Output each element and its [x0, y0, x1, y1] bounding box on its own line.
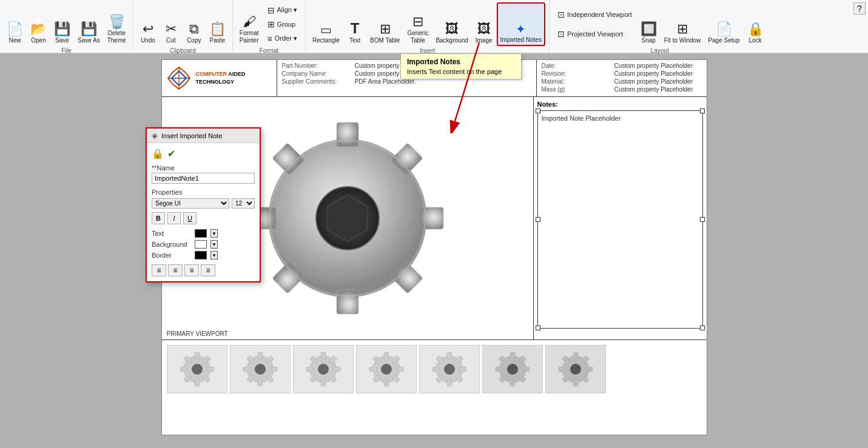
notes-handle-ml[interactable]	[536, 217, 540, 222]
rectangle-button[interactable]: ▭ Rectangle	[309, 2, 343, 46]
save-button[interactable]: 💾 Save	[51, 2, 73, 46]
logo-symbol	[167, 66, 191, 90]
svg-rect-39	[321, 352, 326, 359]
save-as-button[interactable]: 💾 Save As	[75, 2, 103, 46]
svg-rect-21	[207, 367, 214, 372]
bold-button[interactable]: B	[152, 212, 165, 224]
dialog-confirm-icon[interactable]: ✔	[167, 148, 175, 159]
background-button[interactable]: 🖼 Background	[432, 2, 471, 46]
paste-icon: 📋	[209, 22, 226, 36]
align-button[interactable]: ⊟ Align ▾	[263, 4, 302, 17]
svg-point-27	[192, 364, 203, 375]
svg-rect-85	[559, 367, 566, 372]
font-row: Segoe UI 12 8 10 14 16	[152, 198, 255, 209]
background-color-label: Background	[152, 241, 191, 248]
background-color-row: Background ▼	[152, 240, 255, 249]
thumbnail-6[interactable]	[482, 345, 543, 393]
font-select[interactable]: Segoe UI	[152, 198, 229, 209]
open-button[interactable]: 📂 Open	[27, 2, 50, 46]
notes-handle-br[interactable]	[700, 326, 705, 330]
image-button[interactable]: 🖼 Image	[473, 2, 496, 46]
cut-label: Cut	[166, 37, 176, 44]
text-color-label: Text	[152, 230, 191, 237]
part-number-label: Part Number:	[282, 62, 355, 69]
svg-rect-53	[384, 379, 389, 386]
underline-button[interactable]: U	[183, 212, 197, 224]
text-color-dropdown[interactable]: ▼	[210, 229, 218, 238]
imported-notes-button[interactable]: ✦ Imported Notes	[497, 2, 545, 46]
align-left-button[interactable]: ≡	[152, 264, 166, 276]
bom-table-button[interactable]: ⊞ BOM Table	[367, 2, 403, 46]
insert-imported-note-dialog: ◈ Insert Imported Note 🔒 ✔ *Name Propert…	[146, 127, 261, 283]
svg-point-57	[381, 364, 392, 375]
name-field-input[interactable]	[152, 173, 255, 184]
new-icon: 📄	[7, 22, 23, 36]
notes-area: Notes: Imported Note Placeholder	[534, 97, 707, 339]
notes-box: Imported Note Placeholder	[537, 110, 703, 329]
undo-button[interactable]: ↩ Undo	[137, 2, 159, 46]
border-color-dropdown[interactable]: ▼	[210, 251, 218, 259]
image-icon: 🖼	[477, 22, 491, 36]
lock-button[interactable]: 🔒 Lock	[744, 2, 767, 46]
background-color-swatch[interactable]	[195, 240, 207, 249]
notes-handle-tl[interactable]	[536, 109, 540, 113]
group-button[interactable]: ⊞ Group	[263, 18, 302, 31]
fit-to-window-button[interactable]: ⊞ Fit to Window	[661, 2, 704, 46]
title-fields-right: Date: Custom property Placeholder Revisi…	[537, 60, 707, 96]
delete-theme-button[interactable]: 🗑️ DeleteTheme	[104, 2, 129, 46]
border-color-row: Border ▼	[152, 251, 255, 259]
company-name-label: Company Name:	[282, 70, 355, 77]
paste-button[interactable]: 📋 Paste	[206, 2, 229, 46]
thumbnail-4[interactable]	[356, 345, 417, 393]
align-center-button[interactable]: ≡	[168, 264, 183, 276]
border-color-swatch[interactable]	[195, 251, 207, 259]
cut-icon: ✂	[166, 22, 177, 36]
thumbnail-3[interactable]	[293, 345, 354, 393]
copy-button[interactable]: ⧉ Copy	[183, 2, 205, 46]
save-icon: 💾	[54, 22, 70, 36]
notes-label: Notes:	[537, 101, 703, 108]
svg-rect-25	[180, 367, 187, 372]
background-color-dropdown[interactable]: ▼	[210, 240, 218, 249]
text-color-row: Text ▼	[152, 229, 255, 238]
lock-label: Lock	[749, 37, 762, 44]
company-logo: COMPUTER AIDED TECHNOLOGY	[162, 60, 277, 96]
svg-point-47	[318, 364, 329, 375]
snap-icon: 🔲	[641, 22, 657, 36]
generic-table-button[interactable]: ⊟ GenericTable	[404, 2, 431, 46]
date-value: Custom property Placeholder	[614, 62, 693, 69]
font-size-select[interactable]: 12 8 10 14 16	[232, 198, 255, 209]
notes-handle-mr[interactable]	[700, 217, 705, 222]
cut-button[interactable]: ✂ Cut	[160, 2, 182, 46]
text-label: Text	[349, 37, 360, 44]
text-color-swatch[interactable]	[195, 229, 207, 238]
snap-button[interactable]: 🔲 Snap	[638, 2, 660, 46]
page-setup-button[interactable]: 📄 Page Setup	[705, 2, 742, 46]
order-button[interactable]: ≡ Order ▾	[263, 32, 302, 45]
thumbnail-5[interactable]	[419, 345, 480, 393]
italic-button[interactable]: I	[167, 212, 181, 224]
text-button[interactable]: T Text	[344, 2, 366, 46]
svg-rect-29	[258, 352, 263, 359]
notes-handle-tr[interactable]	[700, 109, 705, 113]
projected-viewport-button[interactable]: ⊡ Projected Viewport	[553, 27, 636, 41]
fit-to-window-label: Fit to Window	[664, 37, 701, 44]
format-painter-button[interactable]: 🖌 FormatPainter	[237, 2, 262, 46]
lock-icon: 🔒	[747, 22, 764, 36]
svg-rect-71	[522, 367, 530, 372]
thumbnail-2[interactable]	[230, 345, 291, 393]
thumbnail-1[interactable]	[167, 345, 227, 393]
new-button[interactable]: 📄 New	[4, 2, 26, 46]
align-justify-button[interactable]: ≡	[201, 264, 215, 276]
mass-value: Custom property Placeholder	[614, 86, 693, 93]
page-setup-label: Page Setup	[708, 37, 739, 44]
independent-viewport-button[interactable]: ⊡ Independent Viewport	[553, 8, 636, 21]
help-button[interactable]: ?	[853, 2, 866, 15]
alignment-row: ≡ ≡ ≡ ≡	[152, 264, 255, 276]
svg-rect-65	[432, 367, 440, 372]
canvas-area[interactable]: COMPUTER AIDED TECHNOLOGY Part Number: C…	[0, 53, 868, 448]
thumbnail-7[interactable]	[545, 345, 606, 393]
align-right-button[interactable]: ≡	[184, 264, 199, 276]
svg-rect-43	[321, 379, 326, 386]
notes-handle-bl[interactable]	[536, 326, 540, 330]
